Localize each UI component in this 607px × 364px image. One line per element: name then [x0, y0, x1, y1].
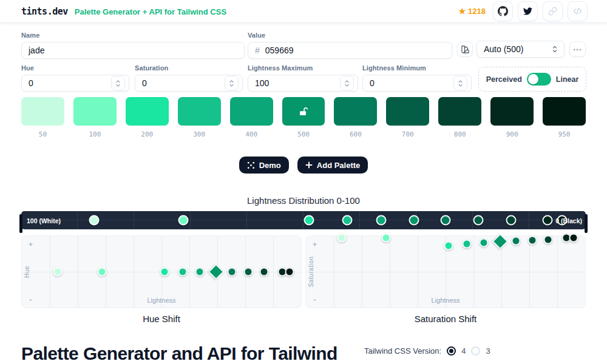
version-radio-4[interactable]	[447, 346, 456, 356]
swatch-block-400[interactable]	[230, 97, 273, 126]
swatch-950[interactable]: 950	[543, 97, 586, 138]
swatch-50[interactable]: 50	[21, 97, 64, 138]
github-stars[interactable]: ★ 1218	[458, 7, 486, 16]
swatch-block-50[interactable]	[21, 97, 64, 126]
shift-dot-800[interactable]	[260, 268, 269, 277]
swatch-block-900[interactable]	[490, 97, 534, 126]
swatch-label-400: 400	[245, 130, 257, 138]
swatch-900[interactable]: 900	[490, 97, 534, 138]
shift-dot-600[interactable]	[227, 268, 236, 277]
shift-dot-700[interactable]	[527, 235, 537, 244]
lightness-dot-900[interactable]	[542, 215, 552, 226]
value-input[interactable]: # 059669	[248, 42, 452, 59]
swatch-block-800[interactable]	[438, 97, 481, 126]
twitter-button[interactable]	[518, 1, 538, 21]
lightness-max-input[interactable]: 100	[248, 75, 358, 92]
radio-dot	[449, 349, 453, 353]
swatch-800[interactable]: 800	[438, 97, 481, 138]
shift-dot-700[interactable]	[243, 268, 253, 277]
shift-dot-100[interactable]	[382, 233, 391, 242]
hue-shift-chart[interactable]: + - Hue Lightness	[21, 235, 302, 308]
swatch-block-600[interactable]	[334, 97, 377, 126]
saturation-value: 0	[142, 78, 225, 88]
star-icon: ★	[458, 7, 466, 15]
logo-text[interactable]: tints.dev	[21, 6, 68, 17]
swatch-block-950[interactable]	[543, 97, 586, 126]
saturation-shift-chart[interactable]: + - Saturation Lightness	[305, 235, 586, 308]
mode-toggle[interactable]	[527, 73, 551, 86]
hue-input[interactable]: 0	[21, 75, 129, 92]
swatch-500[interactable]: 500	[282, 97, 325, 138]
lightness-max-value: 100	[255, 78, 340, 88]
swatch-block-100[interactable]	[73, 97, 117, 126]
shift-dot-400[interactable]	[480, 238, 489, 247]
shift-dot-200[interactable]	[444, 241, 453, 250]
name-input[interactable]: jade	[21, 42, 245, 59]
swatch-label-800: 800	[454, 130, 466, 138]
lightness-dot-50[interactable]	[89, 215, 99, 226]
version-option-label-4[interactable]: 4	[461, 346, 466, 356]
lightness-min-input[interactable]: 0	[362, 75, 472, 92]
lightness-min-value: 0	[370, 78, 453, 88]
lightness-dot-800[interactable]	[506, 215, 517, 226]
hue-shift-title: Hue Shift	[21, 314, 302, 324]
swatch-600[interactable]: 600	[334, 97, 377, 138]
lightness-max-field-group: Lightness Maximum 100	[248, 64, 358, 92]
hue-field-group: Hue 0	[21, 64, 129, 92]
shift-dot-300[interactable]	[463, 239, 472, 248]
lightness-dot-300[interactable]	[342, 215, 352, 226]
version-option-label-3[interactable]: 3	[486, 346, 490, 356]
stop-select[interactable]: Auto (500)	[476, 41, 565, 58]
shift-dot-950[interactable]	[285, 268, 294, 277]
swatch-700[interactable]: 700	[386, 97, 429, 138]
brand[interactable]: tints.dev Palette Generator + API for Ta…	[21, 6, 226, 17]
saturation-input[interactable]: 0	[135, 75, 243, 92]
swatch-400[interactable]: 400	[230, 97, 273, 138]
shift-dot-800[interactable]	[544, 235, 553, 244]
github-button[interactable]	[493, 1, 513, 21]
lightness-dot-200[interactable]	[304, 215, 314, 226]
name-label: Name	[21, 32, 245, 39]
swatch-block-200[interactable]	[126, 97, 169, 126]
swatch-block-500[interactable]	[282, 97, 325, 126]
hex-prefix: #	[255, 46, 260, 55]
lightness-dot-600[interactable]	[441, 215, 451, 226]
add-palette-button[interactable]: Add Palette	[297, 157, 368, 174]
swatch-block-700[interactable]	[386, 97, 429, 126]
version-radio-3[interactable]	[471, 346, 480, 356]
lightness-dot-100[interactable]	[178, 215, 188, 226]
hue-stepper[interactable]	[111, 76, 125, 90]
sparkle-dots-icon	[247, 161, 255, 169]
shift-dot-400[interactable]	[195, 268, 205, 277]
swatch-200[interactable]: 200	[126, 97, 169, 138]
swatch-300[interactable]: 300	[178, 97, 221, 138]
swatch-label-100: 100	[89, 130, 101, 138]
hue-value: 0	[29, 78, 111, 88]
shift-dot-950[interactable]	[569, 233, 578, 242]
shift-dot-300[interactable]	[178, 268, 188, 277]
saturation-stepper[interactable]	[225, 76, 239, 90]
copy-link-button[interactable]	[543, 1, 563, 21]
toggle-knob[interactable]	[528, 74, 538, 84]
saturation-shift-title: Saturation Shift	[305, 314, 586, 324]
shift-dot-500[interactable]	[208, 264, 225, 280]
lightness-dot-700[interactable]	[473, 215, 484, 226]
shift-dot-50[interactable]	[53, 268, 63, 277]
shift-dot-600[interactable]	[511, 237, 520, 246]
shift-dot-500[interactable]	[492, 234, 509, 250]
more-options-button[interactable]: ...	[569, 41, 586, 57]
shift-dot-100[interactable]	[98, 268, 107, 277]
swatch-100[interactable]: 100	[73, 97, 117, 138]
lightness-max-stepper[interactable]	[340, 76, 354, 90]
api-code-button[interactable]	[568, 1, 588, 21]
lightness-min-stepper[interactable]	[453, 76, 467, 90]
lightness-bar[interactable]: 100 (White) 0 (Black)	[21, 211, 586, 229]
demo-button[interactable]: Demo	[239, 157, 289, 174]
shift-dot-200[interactable]	[160, 268, 169, 277]
lightness-dot-400[interactable]	[376, 215, 387, 226]
swatch-label-300: 300	[193, 130, 205, 138]
lightness-dot-500[interactable]	[409, 215, 419, 226]
swatch-copy-button[interactable]	[457, 41, 473, 57]
shift-dot-50[interactable]	[337, 233, 347, 242]
swatch-block-300[interactable]	[178, 97, 221, 126]
